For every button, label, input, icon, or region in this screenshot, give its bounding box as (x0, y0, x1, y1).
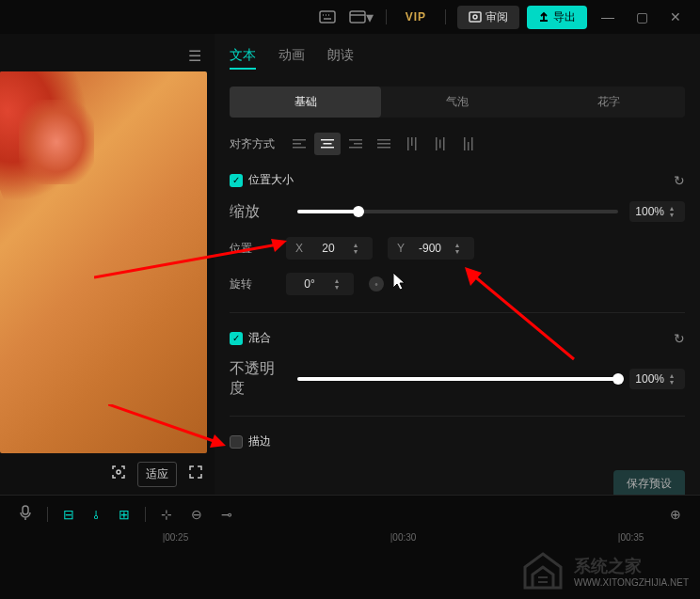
svg-rect-23 (411, 137, 413, 146)
fullscreen-icon[interactable] (184, 461, 207, 487)
reset-position-icon[interactable]: ↻ (674, 173, 685, 188)
watermark: 系统之家WWW.XITONGZHIJIA.NET (519, 550, 689, 591)
align-label: 对齐方式 (230, 136, 286, 152)
scale-value[interactable]: 100%▴▾ (629, 201, 685, 222)
svg-rect-7 (469, 12, 481, 22)
svg-rect-39 (538, 581, 548, 583)
svg-rect-10 (293, 139, 306, 141)
align-clip-icon[interactable]: ⫰ (89, 505, 103, 524)
svg-rect-12 (293, 147, 306, 149)
valign-middle-icon[interactable] (427, 133, 453, 155)
stroke-checkbox[interactable]: 描边 (230, 433, 271, 449)
position-label: 位置 (230, 241, 286, 257)
svg-rect-11 (293, 143, 301, 145)
opacity-label: 不透明度 (230, 359, 286, 399)
svg-rect-16 (349, 139, 362, 141)
svg-rect-26 (439, 140, 441, 149)
svg-rect-19 (377, 139, 390, 141)
svg-rect-22 (407, 137, 409, 150)
svg-rect-25 (436, 137, 438, 150)
minimize-button[interactable]: — (595, 9, 621, 24)
y-input[interactable]: Y-900▴▾ (388, 237, 474, 260)
align-center-icon[interactable] (314, 133, 341, 155)
svg-rect-13 (321, 139, 334, 141)
split-icon[interactable]: ⊹ (157, 505, 176, 524)
align-right-icon[interactable] (342, 133, 369, 155)
svg-rect-27 (443, 137, 445, 150)
svg-point-9 (117, 470, 120, 474)
svg-rect-28 (464, 137, 466, 150)
svg-rect-24 (415, 137, 417, 150)
scale-slider[interactable] (297, 210, 618, 213)
review-button[interactable]: 审阅 (457, 6, 519, 29)
svg-rect-38 (538, 576, 548, 578)
svg-rect-5 (350, 11, 365, 23)
svg-rect-31 (23, 506, 28, 514)
properties-panel: 文本 动画 朗读 基础 气泡 花字 对齐方式 ✓位置大小 ↻ (215, 34, 700, 495)
zoom-out-icon[interactable]: ⊖ (187, 505, 206, 524)
valign-top-icon[interactable] (399, 133, 425, 155)
opacity-value[interactable]: 100%▴▾ (629, 369, 685, 389)
zoom-in-icon[interactable]: ⊕ (666, 505, 685, 524)
svg-rect-17 (354, 143, 362, 145)
zoom-slider-icon[interactable]: ⊸ (217, 505, 236, 524)
scale-label: 缩放 (230, 202, 286, 222)
link-right-icon[interactable]: ⊞ (115, 505, 134, 524)
tab-animation[interactable]: 动画 (278, 47, 305, 70)
tab-text[interactable]: 文本 (230, 47, 256, 70)
svg-rect-20 (377, 143, 390, 145)
valign-bottom-icon[interactable] (455, 133, 482, 155)
subtab-fancy[interactable]: 花字 (533, 87, 685, 118)
svg-rect-21 (377, 147, 390, 149)
svg-rect-29 (468, 142, 469, 150)
rotate-input[interactable]: 0°▴▾ (286, 273, 354, 295)
svg-rect-0 (320, 11, 335, 23)
export-button[interactable]: 导出 (527, 6, 587, 29)
mic-icon[interactable] (15, 503, 36, 525)
opacity-slider[interactable] (297, 377, 618, 381)
keyboard-icon[interactable] (314, 6, 341, 28)
tab-read[interactable]: 朗读 (327, 47, 354, 70)
svg-point-8 (473, 15, 477, 19)
preview-pane: ☰ 适应 (0, 34, 215, 495)
close-button[interactable]: ✕ (662, 9, 689, 24)
x-input[interactable]: X20▴▾ (286, 237, 373, 260)
subtab-basic[interactable]: 基础 (230, 87, 381, 118)
preview-image[interactable] (0, 71, 207, 453)
layout-icon[interactable]: ▾ (348, 6, 374, 28)
position-size-checkbox[interactable]: ✓位置大小 (230, 172, 294, 188)
link-left-icon[interactable]: ⊟ (59, 505, 78, 524)
subtab-bubble[interactable]: 气泡 (381, 87, 533, 118)
blend-checkbox[interactable]: ✓混合 (230, 330, 271, 346)
svg-rect-14 (324, 143, 332, 145)
fit-button[interactable]: 适应 (137, 462, 177, 487)
save-preset-button[interactable]: 保存预设 (613, 470, 685, 495)
vip-badge[interactable]: VIP (398, 8, 434, 25)
svg-rect-15 (321, 147, 334, 149)
focus-icon[interactable] (107, 461, 130, 487)
align-left-icon[interactable] (286, 133, 312, 155)
reset-blend-icon[interactable]: ↻ (674, 331, 685, 346)
svg-rect-30 (471, 137, 473, 150)
rotate-label: 旋转 (230, 276, 286, 292)
svg-rect-18 (349, 147, 362, 149)
hamburger-icon[interactable]: ☰ (188, 47, 201, 65)
align-justify-icon[interactable] (371, 133, 397, 155)
rotate-dial[interactable]: • (369, 276, 384, 292)
maximize-button[interactable]: ▢ (628, 9, 655, 24)
